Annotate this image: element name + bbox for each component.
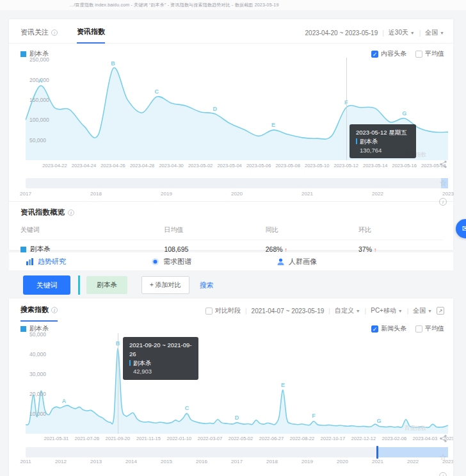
tab-news-follow-label: 资讯关注 <box>20 28 49 37</box>
y-tick-label: 10,000 <box>29 411 46 417</box>
tooltip-date: 2023-05-12 星期五 <box>356 128 410 137</box>
tab-news-index[interactable]: 资讯指数 <box>77 27 105 44</box>
slider-year-label: 2013 <box>90 459 102 464</box>
share-icon[interactable] <box>438 434 448 445</box>
range-select[interactable]: 近30天 ▼ <box>389 28 415 37</box>
info-circle-icon[interactable]: i <box>438 196 448 206</box>
keyword-button[interactable]: 关键词 <box>23 275 70 295</box>
tooltip-series-bar <box>356 138 357 144</box>
event-marker-B[interactable]: B <box>116 340 120 347</box>
slider-year-label: 2015 <box>161 459 172 464</box>
tab-search-index[interactable]: 搜索指数 i <box>20 305 58 322</box>
x-tick-label: 2021-09-20 <box>106 436 130 441</box>
event-marker-E[interactable]: E <box>271 122 275 128</box>
event-marker-A[interactable]: A <box>62 398 67 404</box>
news-index-chart[interactable]: 50,000100,000150,000200,000250,000 ABCDE… <box>26 58 448 160</box>
news-headline-checkbox[interactable]: ✓ 新闻头条 <box>371 324 406 333</box>
slider-year-label: 2014 <box>125 459 137 464</box>
feedback-float-button[interactable]: ✉ <box>456 219 466 238</box>
page: …/百度指数 index.baidu.com - 关键词 “剧本杀” - 资讯指… <box>0 0 466 476</box>
content-headline-checkbox[interactable]: ✓ 内容头条 <box>371 49 406 58</box>
external-link-icon[interactable]: ↗ <box>437 307 444 315</box>
y-tick-label: 250,000 <box>29 56 49 63</box>
star-icon[interactable]: ☆ <box>438 178 448 188</box>
news-index-card: 资讯关注 i 资讯指数 2023-04-20 ~ 2023-05-19 | 近3… <box>9 19 453 250</box>
x-tick-label: 2023-05-02 <box>188 163 213 168</box>
nav-label: 趋势研究 <box>38 257 66 267</box>
x-tick-label: 2022-05-02 <box>229 436 253 441</box>
nav-demographics[interactable]: 人群画像 <box>277 257 385 267</box>
search-index-chart[interactable]: 10,00020,00030,00040,00050,000 ABCDEFG 百… <box>26 333 448 434</box>
checkbox-label: 内容头条 <box>381 49 406 58</box>
x-tick-label: 2023-05-06 <box>246 163 271 168</box>
bar-chart-icon <box>26 258 34 266</box>
share-icon[interactable] <box>438 160 448 170</box>
region-select[interactable]: 全国 ▼ <box>425 28 444 37</box>
y-tick-label: 40,000 <box>29 351 46 357</box>
average-checkbox[interactable]: 平均值 <box>415 49 444 58</box>
add-compare-button[interactable]: + 添加对比 <box>141 276 189 294</box>
chevron-down-icon: ▼ <box>398 309 403 313</box>
card2-header-controls: 对比时段 | 2021-04-07 ~ 2023-05-19 | 自定义 ▼ |… <box>205 306 444 315</box>
device-select[interactable]: PC+移动 ▼ <box>371 306 402 315</box>
radar-dot-icon <box>151 258 159 266</box>
card2-tabs: 搜索指数 i <box>20 305 58 322</box>
slider-year-label: 2016 <box>196 459 207 464</box>
search-link[interactable]: 搜索 <box>200 281 214 290</box>
region-select[interactable]: 全国 ▼ <box>413 306 432 315</box>
event-marker-G[interactable]: G <box>376 418 381 424</box>
person-icon <box>277 258 285 266</box>
event-marker-A[interactable]: A <box>38 78 43 84</box>
search-index-card: 搜索指数 i 对比时段 | 2021-04-07 ~ 2023-05-19 | … <box>9 299 453 476</box>
col-mom: 环比 <box>358 226 443 234</box>
slider-year-label: 2022 <box>407 459 419 464</box>
nav-trend-research[interactable]: 趋势研究 <box>26 257 134 267</box>
date-range: 2023-04-20 ~ 2023-05-19 <box>305 29 378 37</box>
y-tick-label: 50,000 <box>29 331 46 338</box>
hover-line <box>346 58 347 160</box>
event-marker-F[interactable]: F <box>344 99 348 106</box>
slider-handle[interactable] <box>376 446 378 459</box>
event-marker-B[interactable]: B <box>111 60 115 67</box>
compare-period-checkbox[interactable]: 对比时段 <box>205 306 241 315</box>
slider-year-label: 2017 <box>231 459 243 464</box>
tab-search-index-label: 搜索指数 <box>20 305 49 315</box>
col-keyword: 关键词 <box>20 226 164 234</box>
info-icon: i <box>68 209 74 216</box>
checkbox-label: 平均值 <box>425 324 444 333</box>
y-tick-label: 30,000 <box>29 371 46 377</box>
chevron-down-icon: ▼ <box>356 309 360 313</box>
event-marker-F[interactable]: F <box>312 413 316 419</box>
star-icon[interactable]: ☆ <box>438 452 448 463</box>
event-marker-C[interactable]: C <box>155 88 159 95</box>
keyword-tag[interactable]: 剧本杀 <box>86 276 127 294</box>
timeline-slider[interactable] <box>26 178 448 188</box>
event-marker-D[interactable]: D <box>235 414 239 421</box>
feature-nav: 趋势研究 需求图谱 人群画像 <box>9 252 453 270</box>
event-marker-D[interactable]: D <box>213 106 218 112</box>
average-checkbox[interactable]: 平均值 <box>415 324 444 333</box>
event-marker-C[interactable]: C <box>185 405 189 411</box>
slider-year-label: 2012 <box>55 459 67 464</box>
separator: | <box>382 29 384 37</box>
x-tick-label: 2023-04-03 <box>413 436 437 441</box>
event-marker-G[interactable]: G <box>402 110 406 117</box>
slider-year-label: 2020 <box>231 191 243 197</box>
event-marker-E[interactable]: E <box>281 382 285 388</box>
x-tick-label: 2023-04-24 <box>72 163 96 168</box>
info-circle-icon[interactable]: i <box>438 470 448 476</box>
date-range: 2021-04-07 ~ 2023-05-19 <box>252 308 325 315</box>
nav-demand-map[interactable]: 需求图谱 <box>151 257 260 267</box>
x-tick-label: 2021-11-15 <box>136 436 161 441</box>
separator: | <box>365 308 367 315</box>
chart1-tooltip: 2023-05-12 星期五 剧本杀 130,764 <box>349 124 416 158</box>
timeline-slider[interactable] <box>26 447 448 457</box>
checkbox-label: 新闻头条 <box>381 324 406 333</box>
chart2-tooltip: 2021-09-20 ~ 2021-09-26 剧本杀 42,903 <box>123 337 198 380</box>
range-select[interactable]: 自定义 ▼ <box>335 306 360 315</box>
separator: | <box>419 29 421 37</box>
chart1-side-tools: ☆ i <box>438 160 448 206</box>
tab-news-follow[interactable]: 资讯关注 i <box>20 27 58 44</box>
overview-table-header: 关键词 日均值 同比 环比 <box>20 226 443 240</box>
tooltip-value: 130,764 <box>356 146 410 155</box>
